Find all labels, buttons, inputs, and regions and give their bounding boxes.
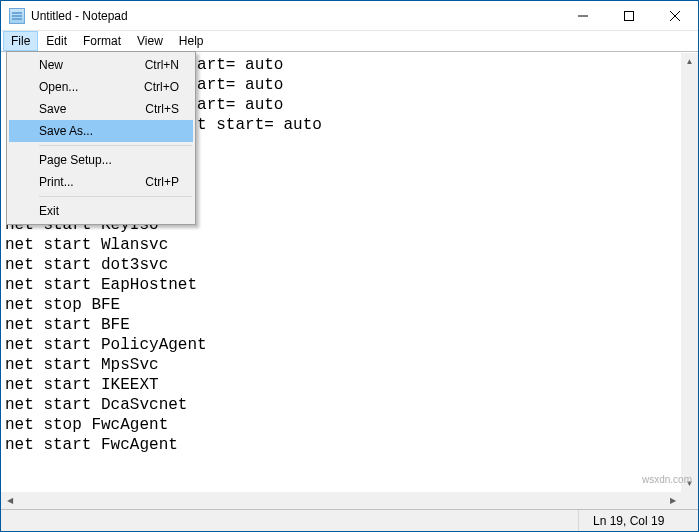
close-button[interactable] <box>652 1 698 30</box>
statusbar: Ln 19, Col 19 <box>1 509 698 531</box>
file-dropdown: NewCtrl+N Open...Ctrl+O SaveCtrl+S Save … <box>6 51 196 225</box>
menu-file[interactable]: File <box>3 31 38 51</box>
scroll-up-button[interactable]: ▲ <box>681 53 698 70</box>
minimize-button[interactable] <box>560 1 606 30</box>
maximize-button[interactable] <box>606 1 652 30</box>
scroll-right-button[interactable]: ▶ <box>664 492 681 509</box>
horizontal-scrollbar[interactable]: ◀ ▶ <box>1 492 681 509</box>
notepad-app-icon <box>9 8 25 24</box>
menubar: File Edit Format View Help <box>1 31 698 52</box>
menu-separator <box>39 196 192 197</box>
menu-print[interactable]: Print...Ctrl+P <box>9 171 193 193</box>
menu-separator <box>39 145 192 146</box>
menu-edit[interactable]: Edit <box>38 31 75 51</box>
scroll-left-button[interactable]: ◀ <box>1 492 18 509</box>
menu-help[interactable]: Help <box>171 31 212 51</box>
menu-open[interactable]: Open...Ctrl+O <box>9 76 193 98</box>
scroll-track[interactable] <box>681 70 698 475</box>
menu-save-as[interactable]: Save As... <box>9 120 193 142</box>
menu-view[interactable]: View <box>129 31 171 51</box>
status-cursor-position: Ln 19, Col 19 <box>578 510 698 531</box>
window-controls <box>560 1 698 30</box>
menu-new[interactable]: NewCtrl+N <box>9 54 193 76</box>
svg-rect-1 <box>625 11 634 20</box>
titlebar: Untitled - Notepad <box>1 1 698 31</box>
menu-exit[interactable]: Exit <box>9 200 193 222</box>
watermark: wsxdn.com <box>642 474 692 485</box>
menu-page-setup[interactable]: Page Setup... <box>9 149 193 171</box>
menu-format[interactable]: Format <box>75 31 129 51</box>
vertical-scrollbar[interactable]: ▲ ▼ <box>681 53 698 492</box>
menu-save[interactable]: SaveCtrl+S <box>9 98 193 120</box>
window-title: Untitled - Notepad <box>31 9 128 23</box>
scroll-corner <box>681 492 698 509</box>
scroll-track[interactable] <box>18 492 664 509</box>
